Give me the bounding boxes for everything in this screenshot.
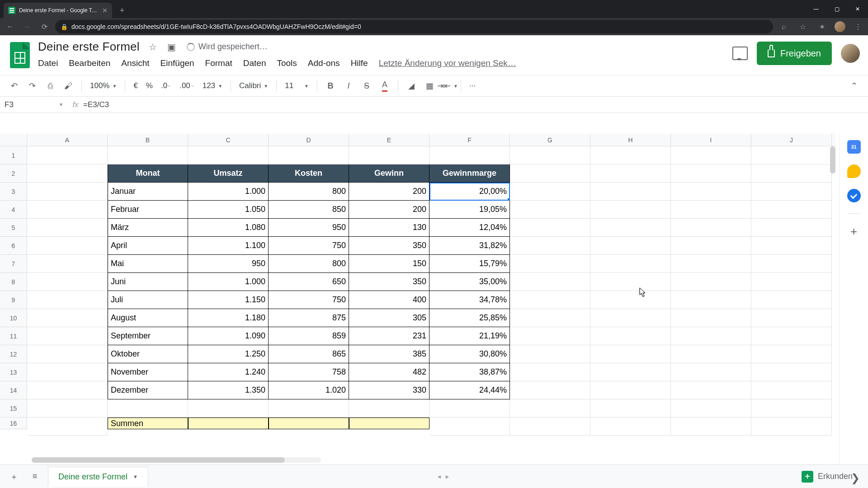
document-title[interactable]: Deine erste Formel xyxy=(38,40,140,54)
cell[interactable] xyxy=(751,363,832,381)
row-header[interactable]: 9 xyxy=(0,291,27,309)
url-input[interactable]: 🔒 docs.google.com/spreadsheets/d/1GE-twI… xyxy=(55,20,773,33)
cell[interactable]: 350 xyxy=(349,237,429,255)
cell[interactable]: 24,44% xyxy=(429,381,510,399)
cell[interactable]: Umsatz xyxy=(188,164,269,183)
redo-icon[interactable]: ↷ xyxy=(24,78,40,94)
cell[interactable]: 800 xyxy=(269,183,349,201)
cell[interactable]: 31,82% xyxy=(429,237,510,255)
cell[interactable] xyxy=(590,183,671,201)
cell[interactable]: August xyxy=(108,309,188,327)
addons-plus-icon[interactable]: + xyxy=(850,225,857,239)
cell[interactable]: 800 xyxy=(269,255,349,273)
print-icon[interactable]: ⎙ xyxy=(42,78,58,94)
sheets-logo-icon[interactable] xyxy=(8,40,32,70)
cell[interactable] xyxy=(671,327,751,345)
row-header[interactable]: 6 xyxy=(0,237,27,255)
cell[interactable] xyxy=(269,418,349,429)
add-sheet-icon[interactable]: ＋ xyxy=(6,469,22,484)
new-tab-button[interactable]: + xyxy=(116,4,128,17)
cell[interactable] xyxy=(751,345,832,363)
cell[interactable] xyxy=(590,399,671,418)
cell[interactable]: 850 xyxy=(269,201,349,219)
window-close[interactable]: ✕ xyxy=(847,0,868,18)
column-header[interactable]: C xyxy=(188,134,269,146)
cell[interactable] xyxy=(590,255,671,273)
cell[interactable]: 200 xyxy=(349,201,429,219)
cell[interactable] xyxy=(27,164,108,183)
cell[interactable] xyxy=(671,418,751,436)
vertical-scrollbar[interactable] xyxy=(830,146,835,174)
cell[interactable] xyxy=(751,237,832,255)
cell[interactable] xyxy=(27,363,108,381)
cell[interactable] xyxy=(671,381,751,399)
menu-addons[interactable]: Add-ons xyxy=(308,58,340,68)
column-header[interactable]: G xyxy=(510,134,590,146)
cell[interactable]: 305 xyxy=(349,309,429,327)
menu-edit[interactable]: Bearbeiten xyxy=(69,58,110,68)
cell[interactable] xyxy=(510,363,590,381)
tab-close-icon[interactable]: ✕ xyxy=(102,7,108,14)
cell[interactable] xyxy=(510,345,590,363)
zoom-icon[interactable]: ⌕ xyxy=(778,20,790,33)
row-header[interactable]: 5 xyxy=(0,219,27,237)
cell[interactable] xyxy=(510,381,590,399)
cell[interactable] xyxy=(751,327,832,345)
cell[interactable]: 1.000 xyxy=(188,183,269,201)
collapse-toolbar-icon[interactable]: ⌃ xyxy=(846,78,862,94)
cell[interactable]: 1.180 xyxy=(188,309,269,327)
cell[interactable]: Oktober xyxy=(108,345,188,363)
cell[interactable]: Kosten xyxy=(269,164,349,183)
cell[interactable] xyxy=(510,291,590,309)
row-header[interactable]: 15 xyxy=(0,399,27,418)
cell[interactable] xyxy=(27,345,108,363)
calendar-icon[interactable] xyxy=(847,140,861,154)
cell[interactable] xyxy=(751,291,832,309)
cell[interactable]: 1.100 xyxy=(188,237,269,255)
row-header[interactable]: 16 xyxy=(0,418,27,429)
row-header[interactable]: 3 xyxy=(0,183,27,201)
cell[interactable] xyxy=(510,219,590,237)
bookmark-icon[interactable]: ☆ xyxy=(797,20,809,33)
share-button[interactable]: Freigeben xyxy=(757,42,832,65)
cell[interactable] xyxy=(751,418,832,436)
cell[interactable]: 750 xyxy=(269,237,349,255)
cell[interactable] xyxy=(590,146,671,164)
cell[interactable] xyxy=(590,381,671,399)
cell[interactable] xyxy=(590,237,671,255)
cell[interactable]: 482 xyxy=(349,363,429,381)
cell[interactable]: März xyxy=(108,219,188,237)
cell[interactable]: 1.240 xyxy=(188,363,269,381)
cell[interactable]: Summen xyxy=(108,418,188,429)
cell[interactable] xyxy=(671,183,751,201)
column-header[interactable]: E xyxy=(349,134,429,146)
cell[interactable] xyxy=(590,273,671,291)
cell[interactable] xyxy=(510,164,590,183)
cell[interactable] xyxy=(671,255,751,273)
cell[interactable] xyxy=(590,327,671,345)
cell[interactable] xyxy=(590,201,671,219)
cell[interactable]: Juli xyxy=(108,291,188,309)
row-header[interactable]: 12 xyxy=(0,345,27,363)
cell[interactable]: 1.000 xyxy=(188,273,269,291)
cell[interactable] xyxy=(27,381,108,399)
cell[interactable]: 758 xyxy=(269,363,349,381)
window-maximize[interactable]: ▢ xyxy=(826,0,847,18)
cell[interactable]: 1.250 xyxy=(188,345,269,363)
cell[interactable] xyxy=(27,255,108,273)
cell[interactable] xyxy=(349,399,429,418)
cell[interactable] xyxy=(751,201,832,219)
cell[interactable]: 12,04% xyxy=(429,219,510,237)
formula-input[interactable]: =E3/C3 xyxy=(83,100,868,109)
cell[interactable]: 950 xyxy=(269,219,349,237)
cell[interactable]: 1.020 xyxy=(269,381,349,399)
cell[interactable]: 35,00% xyxy=(429,273,510,291)
cell[interactable] xyxy=(671,237,751,255)
cell[interactable] xyxy=(349,146,429,164)
select-all-corner[interactable] xyxy=(0,134,27,146)
cell[interactable] xyxy=(751,164,832,183)
cell[interactable] xyxy=(349,418,429,429)
cell[interactable] xyxy=(590,164,671,183)
increase-decimal[interactable]: .00→ xyxy=(177,78,197,94)
cell[interactable] xyxy=(27,327,108,345)
